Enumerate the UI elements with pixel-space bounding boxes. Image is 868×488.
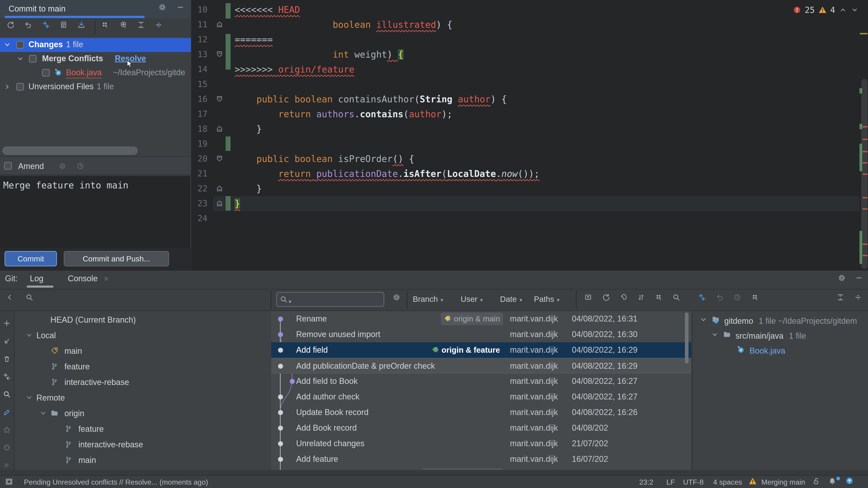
amend-checkbox[interactable] [4,162,12,170]
indent-setting[interactable]: 4 spaces [713,478,742,486]
changes-checkbox[interactable] [16,41,24,48]
commit-row[interactable]: Unrelated changes marit.van.dijk 21/07/2… [271,436,691,451]
commit-row[interactable]: Add field to Book marit.van.dijk 04/08/2… [271,373,691,389]
branch-row[interactable]: origin [15,406,271,421]
code-line[interactable]: public boolean containsAuthor(String aut… [235,92,507,107]
collapse-all-icon[interactable] [854,293,862,301]
branch-search-icon[interactable] [25,293,33,301]
tab-console[interactable]: Console [68,274,98,283]
merge-icon[interactable] [698,293,706,301]
branch-row[interactable]: feature [15,422,271,437]
file-checkbox[interactable] [42,69,50,76]
shelve-icon[interactable] [77,21,86,29]
commit-row[interactable]: Add feature marit.van.dijk 16/07/202 [271,451,691,467]
branch-row[interactable]: Local [15,328,271,344]
code-line[interactable]: >>>>>>> origin/feature [235,62,354,77]
code-editor[interactable]: 10<<<<<<< HEAD11 boolean illustrated) {1… [192,0,868,270]
repo-file-row[interactable]: R Book.java [737,346,785,356]
go-to-hash-icon[interactable] [672,293,680,301]
edit-icon[interactable] [3,408,11,416]
branch-row[interactable]: HEAD (Current Branch) [15,313,271,328]
tool-window-toggle-icon[interactable] [5,478,13,486]
chevron-down-icon[interactable] [16,55,24,63]
conflicted-file-row[interactable]: R Book.java ~/IdeaProjects/gitde [0,66,191,80]
history-icon[interactable] [76,162,85,170]
repo-root-row[interactable]: gitdemo 1 file ~/IdeaProjects/gitdem [700,316,857,326]
code-line[interactable]: } [235,122,262,136]
gutter-fold-icon[interactable] [216,184,223,193]
branch-row[interactable]: Remote [15,391,271,406]
gutter-fold-icon[interactable] [216,20,223,29]
gutter-fold-icon[interactable] [216,50,223,58]
notifications-bell-icon[interactable] [828,477,836,485]
prev-problem-icon[interactable] [839,6,847,14]
delete-icon[interactable] [3,355,11,363]
commit-row[interactable]: Add author check marit.van.dijk 04/08/20… [271,389,691,404]
rollback-icon[interactable] [24,21,32,29]
refresh-icon[interactable] [6,21,14,29]
log-filter-input[interactable]: ▾ [276,292,384,307]
expand-all-icon[interactable] [836,293,844,301]
undo-icon[interactable] [716,293,724,301]
chevron-down-icon[interactable] [711,330,719,339]
gear-icon[interactable] [158,3,166,11]
sort-icon[interactable] [637,293,645,301]
code-line[interactable]: } [235,181,262,196]
encoding[interactable]: UTF-8 [683,478,704,486]
more-icon[interactable] [3,461,11,469]
branch-row[interactable]: feature [15,360,271,375]
push-icon[interactable] [845,477,854,485]
filter-branch[interactable]: Branch▾ [413,295,443,304]
merge-conflicts-node[interactable]: Merge Conflicts Resolve [0,52,191,66]
commit-row[interactable]: Update Book record marit.van.dijk 04/08/… [271,404,691,420]
repo-dir-row[interactable]: src/main/java 1 file [711,330,806,341]
commit-list-scrollbar[interactable] [685,313,688,363]
navigate-icon[interactable] [3,444,11,452]
refresh-log-icon[interactable] [602,293,610,301]
chevron-right-icon[interactable] [3,83,11,91]
back-icon[interactable] [5,293,13,301]
search-branch-icon[interactable] [3,390,11,398]
unlock-icon[interactable] [812,477,820,485]
hide-panel-icon[interactable] [855,274,863,282]
commit-and-push-button[interactable]: Commit and Push... [64,251,169,266]
code-line[interactable]: ======= [235,32,273,47]
commit-row[interactable]: Add field origin & feature marit.van.dij… [271,342,691,358]
commit-button[interactable]: Commit [4,251,57,266]
filter-user[interactable]: User▾ [461,295,483,304]
gear-icon[interactable] [838,274,846,282]
commit-row[interactable]: Add publicationDate & preOrder check mar… [271,358,691,373]
code-line[interactable]: return publicationDate.isAfter(LocalDate… [235,166,539,181]
unversioned-checkbox[interactable] [16,83,24,91]
collapse-all-icon[interactable] [155,21,163,29]
new-bookmark-icon[interactable] [584,293,592,301]
merge-branches-icon[interactable] [3,372,11,381]
merge-icon[interactable] [42,21,50,29]
code-line[interactable]: <<<<<<< HEAD [235,2,300,17]
code-line[interactable]: return authors.contains(author); [235,107,452,122]
group-by-icon[interactable] [751,293,759,301]
code-line[interactable]: int weight) { [235,47,403,62]
group-by-icon[interactable] [101,21,109,29]
chevron-down-icon[interactable] [39,409,47,417]
branch-row[interactable]: main [15,344,271,359]
stripe-warning-mark[interactable] [860,33,868,34]
branch-row[interactable]: main [15,453,271,468]
filter-gear-icon[interactable] [393,293,401,301]
code-line[interactable]: boolean illustrated) { [235,17,452,32]
merge-conflicts-checkbox[interactable] [29,55,37,63]
branch-row[interactable]: interactive-rebase [15,437,271,453]
status-message[interactable]: Pending Unresolved conflicts // Resolve.… [24,478,208,486]
close-tab-icon[interactable] [102,275,110,283]
commit-row[interactable]: Remove unused import marit.van.dijk 04/0… [271,327,691,342]
expand-all-icon[interactable] [137,21,145,29]
changes-node[interactable]: Changes 1 file [0,38,191,52]
horizontal-scrollbar[interactable] [2,147,138,155]
code-line[interactable]: public boolean isPreOrder() { [235,151,414,166]
vcs-branch-widget[interactable]: Merging main [761,478,805,486]
branch-tag[interactable]: origin & feature [428,344,503,356]
history-icon[interactable] [733,293,741,301]
chevron-down-icon[interactable] [25,394,33,402]
caret-position[interactable]: 23:2 [639,478,653,486]
gutter-fold-icon[interactable] [216,199,223,207]
